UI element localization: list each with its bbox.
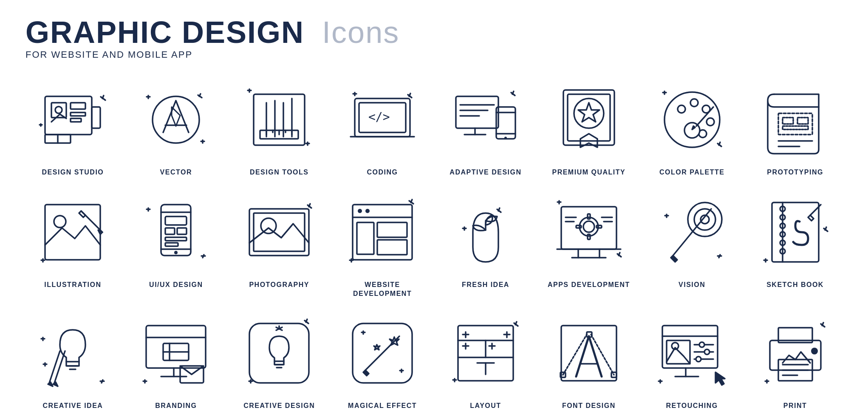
icon-item-print: PRINT [748, 311, 843, 410]
page-header: GRAPHIC DESIGN Icons FOR WEBSITE AND MOB… [25, 17, 843, 60]
prototyping-label: PROTOTYPING [767, 168, 823, 177]
icon-item-illustration: ILLUSTRATION [25, 190, 120, 298]
svg-rect-169 [146, 326, 206, 368]
icon-item-prototyping: PROTOTYPING [748, 77, 843, 177]
svg-line-162 [54, 351, 65, 383]
branding-icon [133, 311, 218, 396]
svg-rect-179 [249, 323, 309, 383]
icon-item-font-design: FONT DESIGN [541, 311, 636, 410]
svg-rect-5 [71, 103, 85, 109]
website-development-label: WEBSITE DEVELOPMENT [353, 281, 412, 298]
font-design-label: FONT DESIGN [562, 402, 616, 410]
svg-rect-90 [177, 228, 187, 234]
svg-rect-88 [165, 216, 187, 225]
creative-idea-label: CREATIVE IDEA [42, 402, 103, 410]
svg-point-55 [504, 137, 507, 139]
svg-line-22 [198, 95, 202, 98]
svg-rect-79 [45, 205, 100, 260]
icon-item-website-development: WEBSITE DEVELOPMENT [335, 190, 430, 298]
svg-point-62 [678, 105, 685, 113]
ui-ux-design-icon [133, 190, 218, 275]
svg-rect-128 [597, 225, 602, 228]
svg-point-105 [365, 209, 370, 213]
prototyping-icon [753, 77, 838, 162]
svg-point-63 [690, 99, 698, 107]
color-palette-label: COLOR PALETTE [659, 168, 724, 177]
design-tools-label: DESIGN TOOLS [250, 168, 309, 177]
creative-design-label: CREATIVE DESIGN [243, 402, 315, 410]
icon-item-color-palette: COLOR PALETTE [645, 77, 739, 177]
coding-icon: </> [340, 77, 425, 162]
svg-rect-76 [783, 126, 808, 129]
svg-rect-108 [377, 240, 407, 255]
photography-icon [237, 190, 322, 275]
svg-text:</>: </> [368, 110, 390, 124]
svg-line-161 [49, 351, 60, 383]
website-development-icon [340, 190, 425, 275]
svg-rect-127 [576, 225, 581, 228]
svg-point-2 [55, 107, 62, 113]
svg-point-241 [811, 348, 818, 354]
svg-rect-125 [588, 214, 590, 219]
vector-icon [133, 77, 218, 162]
icon-item-design-studio: DESIGN STUDIO [25, 77, 120, 177]
adaptive-design-icon [443, 77, 528, 162]
icon-item-design-tools: DESIGN TOOLS [232, 77, 327, 177]
svg-rect-99 [254, 213, 305, 251]
svg-rect-75 [797, 118, 808, 124]
apps-development-label: APPS DEVELOPMENT [548, 281, 630, 290]
vision-label: VISION [679, 281, 705, 290]
svg-rect-23 [254, 94, 305, 145]
icon-item-creative-design: CREATIVE DESIGN [232, 311, 327, 410]
print-label: PRINT [783, 402, 807, 410]
page-title: GRAPHIC DESIGN Icons [25, 17, 843, 48]
icon-item-premium-quality: PREMIUM QUALITY [541, 77, 636, 177]
apps-development-icon [546, 190, 631, 275]
magical-effect-icon [340, 311, 425, 396]
icon-item-retouching: RETOUCHING [645, 311, 739, 410]
svg-point-65 [707, 118, 714, 126]
icons-grid: DESIGN STUDIO VECTOR [25, 77, 843, 410]
design-tools-icon [237, 77, 322, 162]
svg-rect-106 [357, 222, 374, 254]
icon-item-apps-development: APPS DEVELOPMENT [541, 190, 636, 298]
svg-point-230 [704, 349, 710, 354]
svg-point-15 [153, 96, 199, 143]
svg-rect-214 [561, 326, 616, 381]
premium-quality-label: PREMIUM QUALITY [552, 168, 625, 177]
icon-item-branding: BRANDING [129, 311, 223, 410]
svg-point-138 [688, 202, 722, 236]
sketch-book-icon [753, 190, 838, 275]
ui-ux-design-label: UI/UX DESIGN [149, 281, 203, 290]
design-studio-label: DESIGN STUDIO [42, 168, 104, 177]
fresh-idea-label: FRESH IDEA [462, 281, 509, 290]
retouching-icon [650, 311, 735, 396]
svg-point-104 [358, 209, 362, 213]
font-design-icon [546, 311, 631, 396]
icon-item-magical-effect: MAGICAL EFFECT [335, 311, 430, 410]
svg-point-124 [583, 221, 594, 232]
svg-rect-102 [353, 205, 412, 260]
svg-rect-46 [456, 96, 498, 128]
layout-icon [443, 311, 528, 396]
page-subtitle: FOR WEBSITE AND MOBILE APP [25, 49, 843, 60]
fresh-idea-icon [443, 190, 528, 275]
magical-effect-label: MAGICAL EFFECT [348, 402, 417, 410]
design-studio-icon [30, 77, 115, 162]
svg-rect-145 [772, 202, 819, 262]
adaptive-design-label: ADAPTIVE DESIGN [450, 168, 521, 177]
icon-item-vision: VISION [645, 190, 739, 298]
title-light: Icons [322, 15, 399, 49]
sketch-book-label: SKETCH BOOK [766, 281, 824, 290]
svg-point-228 [699, 342, 704, 347]
branding-label: BRANDING [155, 402, 197, 410]
layout-label: LAYOUT [470, 402, 501, 410]
icon-item-coding: </> CODING [335, 77, 430, 177]
svg-point-87 [174, 251, 178, 254]
title-bold: GRAPHIC DESIGN [25, 15, 304, 49]
icon-item-fresh-idea: FRESH IDEA [438, 190, 533, 298]
premium-quality-icon [546, 77, 631, 162]
svg-rect-91 [165, 237, 187, 241]
icon-item-adaptive-design: ADAPTIVE DESIGN [438, 77, 533, 177]
photography-label: PHOTOGRAPHY [249, 281, 309, 290]
